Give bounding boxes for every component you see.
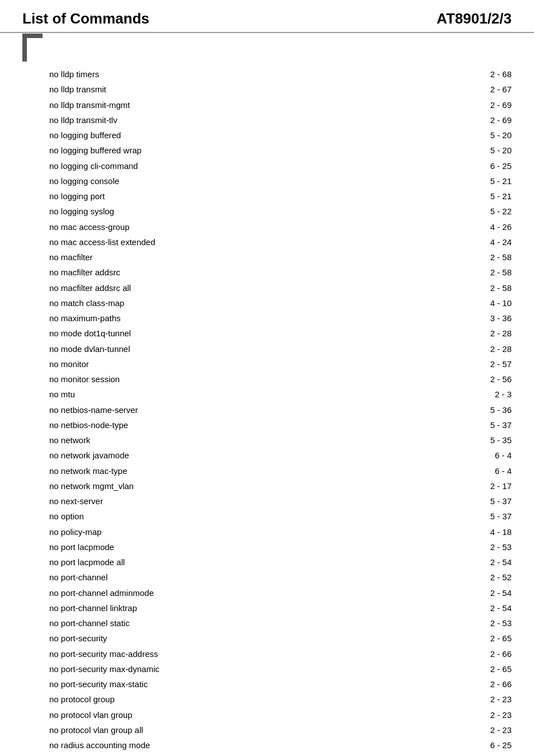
command-name: no mac access-list extended [49,234,396,250]
command-name: no policy-map [49,524,396,539]
command-ref: 4 - 26 [396,219,512,234]
command-name: no radius accounting mode [49,738,396,753]
table-row: no monitor session2 - 56 [49,372,512,387]
command-ref: 5 - 20 [396,128,512,143]
command-ref: 5 - 35 [396,433,512,448]
command-name: no port lacpmode [49,539,396,555]
table-row: no next-server5 - 37 [49,494,512,509]
command-ref: 2 - 57 [396,356,512,372]
command-name: no lldp timers [49,67,396,82]
table-row: no lldp transmit-tlv2 - 69 [49,112,512,128]
command-ref: 2 - 52 [396,570,512,585]
command-ref: 2 - 23 [396,692,512,707]
table-row: no protocol vlan group all2 - 23 [49,722,512,738]
command-name: no port-security mac-address [49,646,396,661]
command-ref: 2 - 53 [396,539,512,555]
command-name: no mode dot1q-tunnel [49,326,396,341]
command-name: no protocol group [49,692,396,707]
command-name: no macfilter addsrc [49,265,396,280]
command-ref: 4 - 18 [396,524,512,539]
table-row: no mode dot1q-tunnel2 - 28 [49,326,512,341]
command-name: no monitor session [49,372,396,387]
table-row: no mode dvlan-tunnel2 - 28 [49,341,512,356]
command-ref: 6 - 4 [396,463,512,478]
table-row: no monitor2 - 57 [49,356,512,372]
command-name: no lldp transmit-mgmt [49,97,396,112]
command-name: no port-security max-dynamic [49,661,396,677]
command-name: no radius server host [49,753,396,756]
header-model: AT8901/2/3 [437,10,512,27]
table-row: no port-channel2 - 52 [49,570,512,585]
table-row: no protocol group2 - 23 [49,692,512,707]
command-ref: 6 - 4 [396,448,512,463]
command-ref: 2 - 66 [396,677,512,692]
command-name: no netbios-name-server [49,402,396,417]
command-ref: 2 - 58 [396,265,512,280]
table-row: no network javamode6 - 4 [49,448,512,463]
table-row: no lldp transmit-mgmt2 - 69 [49,97,512,112]
command-ref: 2 - 54 [396,555,512,570]
command-name: no logging buffered wrap [49,143,396,158]
table-row: no option5 - 37 [49,509,512,524]
command-name: no logging syslog [49,204,396,219]
command-name: no network [49,433,396,448]
header-title: List of Commands [22,10,149,27]
command-name: no port-security max-static [49,677,396,692]
command-name: no logging buffered [49,128,396,143]
command-ref: 2 - 54 [396,585,512,600]
table-row: no logging syslog5 - 22 [49,204,512,219]
command-name: no netbios-node-type [49,417,396,433]
command-name: no lldp transmit-tlv [49,112,396,128]
table-row: no port-channel static2 - 53 [49,616,512,631]
command-name: no mtu [49,387,396,402]
table-row: no port-security mac-address2 - 66 [49,646,512,661]
table-row: no protocol vlan group2 - 23 [49,707,512,722]
command-ref: 2 - 67 [396,82,512,97]
table-row: no netbios-node-type5 - 37 [49,417,512,433]
table-row: no port lacpmode2 - 53 [49,539,512,555]
command-ref: 6 - 25 [396,158,512,173]
command-name: no port-channel [49,570,396,585]
command-ref: 5 - 22 [396,204,512,219]
command-name: no port-security [49,631,396,646]
command-ref: 4 - 24 [396,234,512,250]
command-name: no network mgmt_vlan [49,478,396,494]
table-row: no lldp timers2 - 68 [49,67,512,82]
command-ref: 5 - 21 [396,189,512,204]
table-row: no network mac-type6 - 4 [49,463,512,478]
table-row: no radius server host6 - 26 [49,753,512,756]
command-ref: 2 - 23 [396,722,512,738]
command-name: no mac access-group [49,219,396,234]
table-row: no macfilter addsrc all2 - 58 [49,280,512,295]
command-name: no mode dvlan-tunnel [49,341,396,356]
table-row: no network mgmt_vlan2 - 17 [49,478,512,494]
table-row: no logging buffered5 - 20 [49,128,512,143]
table-row: no mac access-group4 - 26 [49,219,512,234]
command-ref: 2 - 69 [396,97,512,112]
command-name: no port lacpmode all [49,555,396,570]
command-ref: 5 - 37 [396,509,512,524]
command-name: no lldp transmit [49,82,396,97]
command-ref: 3 - 36 [396,311,512,326]
command-ref: 2 - 58 [396,280,512,295]
command-ref: 2 - 58 [396,250,512,265]
command-name: no network javamode [49,448,396,463]
command-ref: 2 - 65 [396,631,512,646]
command-ref: 4 - 10 [396,295,512,311]
table-row: no port-security max-static2 - 66 [49,677,512,692]
command-ref: 2 - 65 [396,661,512,677]
table-row: no port-channel adminmode2 - 54 [49,585,512,600]
table-row: no maximum-paths3 - 36 [49,311,512,326]
command-name: no maximum-paths [49,311,396,326]
table-row: no logging port5 - 21 [49,189,512,204]
command-ref: 2 - 53 [396,616,512,631]
table-row: no match class-map4 - 10 [49,295,512,311]
command-ref: 2 - 28 [396,326,512,341]
command-ref: 2 - 68 [396,67,512,82]
command-name: no monitor [49,356,396,372]
table-row: no logging buffered wrap5 - 20 [49,143,512,158]
content-area: no lldp timers2 - 68no lldp transmit2 - … [0,50,534,756]
table-row: no logging console5 - 21 [49,173,512,189]
table-row: no network5 - 35 [49,433,512,448]
command-ref: 2 - 17 [396,478,512,494]
